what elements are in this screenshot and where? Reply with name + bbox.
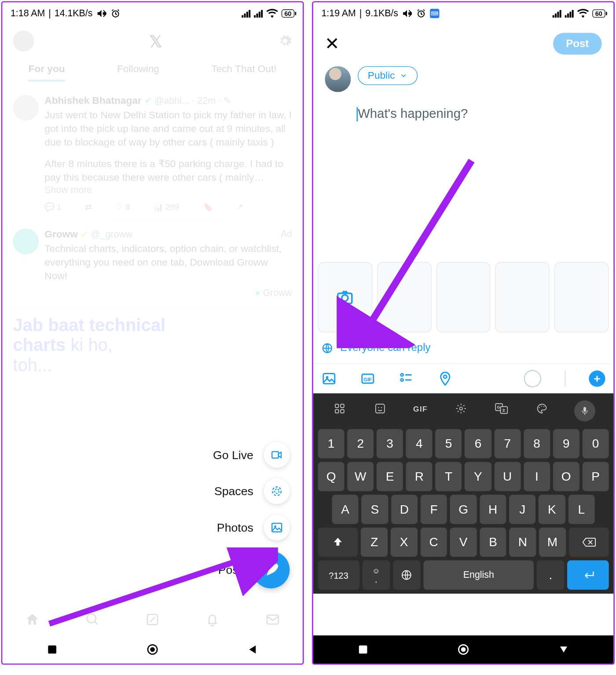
kbd-more-icon[interactable]	[331, 400, 348, 416]
emoji-key[interactable]: ☺,	[362, 560, 390, 590]
shift-key[interactable]	[318, 528, 358, 557]
key[interactable]: 1	[318, 429, 344, 459]
kbd-gif-icon[interactable]: GIF	[412, 400, 429, 416]
key[interactable]: 2	[347, 429, 374, 459]
space-key[interactable]: English	[423, 560, 534, 590]
key[interactable]: D	[391, 495, 418, 524]
key[interactable]: P	[582, 462, 609, 491]
gallery-thumb[interactable]	[377, 262, 432, 332]
key[interactable]: F	[421, 495, 447, 524]
key[interactable]: G	[450, 495, 477, 524]
camera-thumb[interactable]	[318, 262, 372, 332]
key[interactable]: T	[436, 462, 462, 491]
fab-photos[interactable]: Photos	[217, 514, 290, 540]
key[interactable]: O	[553, 462, 579, 491]
key[interactable]: U	[494, 462, 521, 491]
key[interactable]: S	[362, 495, 388, 524]
audience-selector[interactable]: Public	[358, 66, 418, 85]
key[interactable]: X	[391, 528, 418, 557]
search-icon[interactable]	[85, 612, 100, 628]
key[interactable]: Z	[361, 528, 388, 557]
hide-kbd-icon[interactable]	[558, 644, 569, 655]
avatar[interactable]	[13, 30, 34, 51]
gallery-thumb[interactable]	[495, 262, 550, 332]
kbd-sticker-icon[interactable]	[372, 400, 388, 416]
key[interactable]: B	[480, 528, 506, 557]
key[interactable]: N	[510, 528, 536, 557]
key[interactable]: H	[480, 495, 506, 524]
grok-icon[interactable]	[145, 612, 160, 628]
bookmark-icon[interactable]: 🔖	[203, 202, 213, 211]
tweet-avatar[interactable]	[13, 95, 39, 121]
kbd-translate-icon[interactable]: G文	[493, 400, 510, 416]
key[interactable]: Q	[318, 462, 344, 491]
reply-icon[interactable]: 💬 1	[44, 202, 61, 211]
tweet-ad[interactable]: Groww ✔ @_groww Ad Technical charts, ind…	[2, 220, 302, 307]
mail-icon[interactable]	[265, 612, 280, 628]
poll-icon[interactable]	[399, 371, 414, 387]
kbd-row-numbers: 1234567890	[315, 427, 611, 460]
key[interactable]: 7	[494, 429, 521, 459]
gallery-thumb[interactable]	[554, 262, 609, 332]
key[interactable]: R	[406, 462, 433, 491]
home-icon[interactable]	[25, 612, 40, 628]
backspace-key[interactable]	[568, 528, 609, 557]
bell-icon[interactable]	[205, 612, 220, 628]
views-icon[interactable]: 📊 299	[153, 202, 179, 211]
recent-icon[interactable]	[358, 644, 368, 655]
tab-following[interactable]: Following	[117, 63, 159, 81]
fab-spaces[interactable]: Spaces	[214, 478, 290, 504]
gear-icon[interactable]	[278, 34, 292, 48]
key[interactable]: 8	[524, 429, 550, 459]
key[interactable]: M	[539, 528, 566, 557]
user-avatar[interactable]	[325, 66, 351, 92]
fab-post[interactable]: Post	[218, 551, 290, 588]
reply-setting[interactable]: Everyone can reply	[313, 332, 613, 364]
gallery-thumb[interactable]	[436, 262, 491, 332]
key[interactable]: J	[509, 495, 535, 524]
tab-for-you[interactable]: For you	[29, 63, 65, 81]
key[interactable]: 4	[406, 429, 433, 459]
key[interactable]: Y	[465, 462, 491, 491]
key[interactable]: 9	[553, 429, 579, 459]
recent-icon[interactable]	[47, 644, 57, 655]
add-thread-button[interactable]: +	[589, 370, 605, 387]
key[interactable]: C	[420, 528, 447, 557]
image-icon[interactable]	[321, 371, 337, 387]
show-more-link[interactable]: Show more	[44, 184, 92, 194]
period-key[interactable]: .	[537, 560, 565, 590]
key[interactable]: V	[450, 528, 477, 557]
key[interactable]: 5	[436, 429, 462, 459]
home-nav-icon[interactable]	[457, 643, 469, 656]
kbd-theme-icon[interactable]	[534, 400, 550, 416]
key[interactable]: A	[332, 495, 358, 524]
location-icon[interactable]	[437, 371, 453, 387]
retweet-icon[interactable]: ⇄	[85, 202, 92, 211]
key[interactable]: W	[347, 462, 374, 491]
close-icon[interactable]: ✕	[325, 33, 339, 54]
lang-key[interactable]	[393, 560, 421, 590]
home-nav-icon[interactable]	[146, 643, 159, 656]
key[interactable]: 0	[582, 429, 609, 459]
key[interactable]: 6	[465, 429, 491, 459]
key[interactable]: L	[568, 495, 594, 524]
tweet-item[interactable]: Abhishek Bhatnagar ✔ @abhi... · 22m · ✎ …	[2, 87, 302, 220]
like-icon[interactable]: ♡ 8	[115, 202, 130, 211]
share-icon[interactable]: ↗	[236, 202, 243, 211]
kbd-mic-icon[interactable]	[575, 400, 596, 421]
key[interactable]: K	[539, 495, 565, 524]
back-icon[interactable]	[248, 644, 258, 655]
key[interactable]: E	[377, 462, 403, 491]
key[interactable]: 3	[377, 429, 403, 459]
compose-input[interactable]: What's happening?	[358, 106, 613, 121]
post-button[interactable]: Post	[553, 33, 602, 55]
symbols-key[interactable]: ?123	[318, 560, 359, 590]
enter-key[interactable]	[567, 560, 609, 590]
gif-icon[interactable]: GIF	[360, 371, 375, 387]
promo-card[interactable]: Jab baat technical charts ki ho, toh...	[2, 307, 302, 383]
fab-golive[interactable]: Go Live	[213, 442, 290, 468]
tweet-avatar[interactable]	[13, 228, 39, 254]
tab-custom[interactable]: Tech That Out!	[211, 63, 276, 81]
kbd-settings-icon[interactable]	[453, 400, 469, 416]
key[interactable]: I	[524, 462, 550, 491]
